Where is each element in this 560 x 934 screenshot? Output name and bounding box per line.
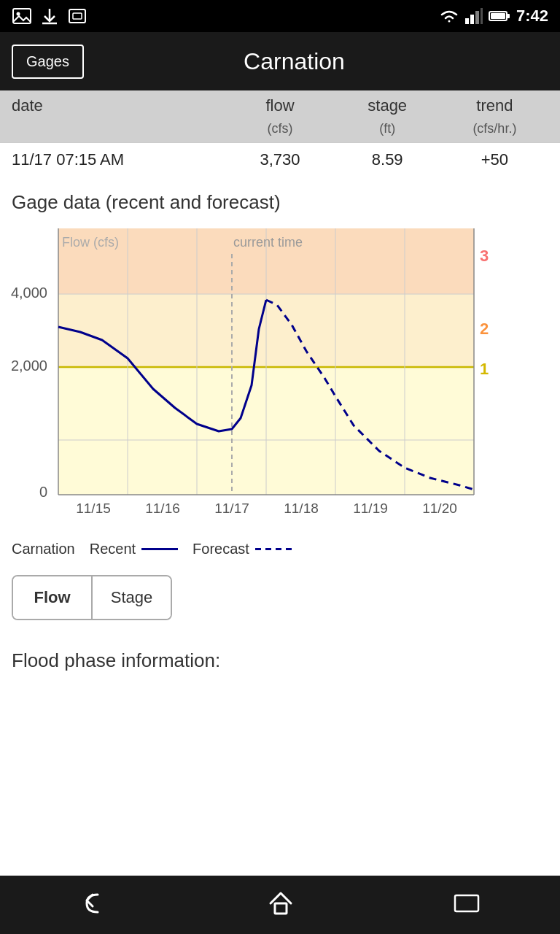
svg-text:11/17: 11/17 [214,501,249,516]
back-icon [79,892,109,915]
legend-recent: Recent [90,541,178,557]
legend-name: Carnation [12,541,75,557]
recent-line-icon [141,548,178,550]
signal-icon [465,8,483,24]
svg-text:11/16: 11/16 [145,501,180,516]
chart-container: 4,000 2,000 0 11/15 11/16 11/17 11/18 11… [7,221,553,535]
forecast-label: Forecast [192,541,249,557]
subcol-flow: (cfs) [226,121,333,136]
apps-button[interactable] [453,892,481,918]
back-button[interactable] [79,892,109,918]
svg-text:1: 1 [480,360,489,378]
col-stage: stage [334,96,441,115]
top-bar: Gages Carnation [0,32,560,90]
screenshot-icon [67,6,88,26]
subcol-trend: (cfs/hr.) [441,121,548,136]
svg-rect-7 [475,11,479,24]
col-trend: trend [441,96,548,115]
table-header: date flow stage trend [0,90,560,121]
recent-label: Recent [90,541,136,557]
svg-text:3: 3 [480,247,489,265]
svg-rect-43 [275,903,287,914]
svg-text:0: 0 [39,484,47,500]
cell-date: 11/17 07:15 AM [12,150,226,169]
chart-svg: 4,000 2,000 0 11/15 11/16 11/17 11/18 11… [7,221,553,528]
svg-text:2: 2 [480,320,489,338]
subcol-stage: (ft) [334,121,441,136]
svg-point-1 [17,12,20,16]
svg-rect-8 [481,8,483,24]
download-icon [39,6,60,26]
col-flow: flow [226,96,333,115]
flow-toggle-button[interactable]: Flow [13,576,91,619]
chart-legend: Carnation Recent Forecast [0,535,560,560]
flood-section: Flood phase information: [0,635,560,687]
home-icon [268,890,294,916]
svg-rect-0 [13,9,31,23]
apps-icon [453,892,481,915]
page-title: Carnation [98,48,490,75]
svg-rect-5 [465,18,469,24]
svg-text:11/15: 11/15 [76,501,111,516]
wifi-icon [439,8,459,24]
legend-forecast: Forecast [192,541,292,557]
status-time: 7:42 [516,7,548,26]
flood-title: Flood phase information: [12,649,220,671]
svg-rect-3 [69,9,85,23]
status-bar: 7:42 [0,0,560,32]
gage-section-title: Gage data (recent and forecast) [0,177,560,221]
cell-stage: 8.59 [334,150,441,169]
bottom-nav [0,876,560,934]
table-row: 11/17 07:15 AM 3,730 8.59 +50 [0,142,560,177]
home-button[interactable] [268,890,294,919]
svg-rect-10 [507,14,510,18]
cell-trend: +50 [441,150,548,169]
gages-button[interactable]: Gages [12,45,84,79]
svg-text:2,000: 2,000 [11,358,47,374]
svg-text:Flow (cfs): Flow (cfs) [62,235,119,250]
svg-rect-6 [470,15,474,24]
data-table: date flow stage trend (cfs) (ft) (cfs/hr… [0,90,560,177]
svg-text:current time: current time [233,235,303,250]
svg-text:11/20: 11/20 [422,501,457,516]
svg-text:4,000: 4,000 [11,285,47,301]
image-icon [12,6,32,26]
forecast-line-icon [255,548,292,550]
battery-icon [489,9,510,23]
svg-rect-44 [455,895,478,911]
svg-rect-4 [73,13,82,19]
col-date: date [12,96,226,115]
svg-rect-11 [491,13,505,19]
svg-text:11/18: 11/18 [284,501,319,516]
cell-flow: 3,730 [226,150,333,169]
stage-toggle-button[interactable]: Stage [91,576,171,619]
svg-text:11/19: 11/19 [353,501,388,516]
toggle-group: Flow Stage [12,575,172,620]
table-subheader: (cfs) (ft) (cfs/hr.) [0,121,560,142]
